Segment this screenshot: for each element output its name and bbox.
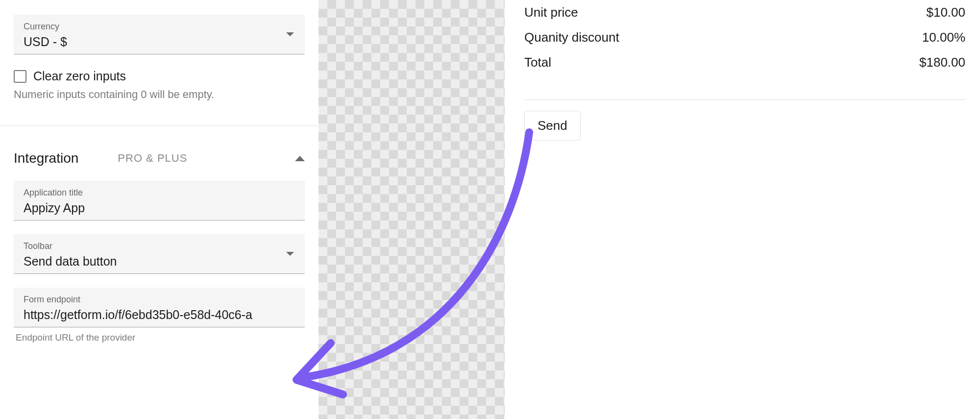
- chevron-down-icon: [286, 252, 294, 256]
- unit-price-label: Unit price: [524, 5, 867, 20]
- integration-section-header[interactable]: Integration PRO & PLUS: [14, 150, 305, 166]
- form-endpoint-label: Form endpoint: [24, 295, 295, 305]
- section-divider: [0, 125, 318, 126]
- total-label: Total: [524, 55, 867, 70]
- preview-canvas-background: [318, 0, 505, 419]
- price-row-total: Total $180.00: [524, 50, 965, 75]
- total-value: $180.00: [867, 55, 965, 70]
- application-title-input[interactable]: [24, 201, 295, 215]
- clear-zero-label: Clear zero inputs: [33, 69, 126, 83]
- preview-panel: Unit price $10.00 Quanity discount 10.00…: [505, 0, 980, 419]
- clear-zero-helper: Numeric inputs containing 0 will be empt…: [14, 88, 305, 101]
- price-row-unit: Unit price $10.00: [524, 0, 965, 25]
- currency-label: Currency: [24, 22, 295, 32]
- clear-zero-checkbox-row[interactable]: Clear zero inputs: [14, 69, 305, 83]
- chevron-down-icon: [286, 32, 294, 36]
- preview-divider: [524, 99, 965, 100]
- toolbar-label: Toolbar: [24, 241, 295, 251]
- integration-title: Integration: [14, 150, 78, 166]
- form-endpoint-input[interactable]: [24, 308, 295, 322]
- application-title-field[interactable]: Application title: [14, 181, 305, 221]
- form-endpoint-helper: Endpoint URL of the provider: [16, 332, 305, 343]
- integration-badge: PRO & PLUS: [118, 152, 187, 165]
- send-button[interactable]: Send: [524, 111, 581, 141]
- price-row-discount: Quanity discount 10.00%: [524, 25, 965, 50]
- settings-panel: Currency USD - $ Clear zero inputs Numer…: [0, 0, 318, 419]
- currency-select[interactable]: Currency USD - $: [14, 15, 305, 54]
- application-title-label: Application title: [24, 188, 295, 198]
- quantity-discount-value: 10.00%: [867, 30, 965, 45]
- quantity-discount-label: Quanity discount: [524, 30, 867, 45]
- clear-zero-checkbox[interactable]: [14, 70, 26, 83]
- form-endpoint-field[interactable]: Form endpoint: [14, 288, 305, 327]
- toolbar-value: Send data button: [24, 254, 295, 269]
- currency-value: USD - $: [24, 35, 295, 49]
- chevron-up-icon: [295, 156, 305, 161]
- unit-price-value: $10.00: [867, 5, 965, 20]
- toolbar-select[interactable]: Toolbar Send data button: [14, 234, 305, 274]
